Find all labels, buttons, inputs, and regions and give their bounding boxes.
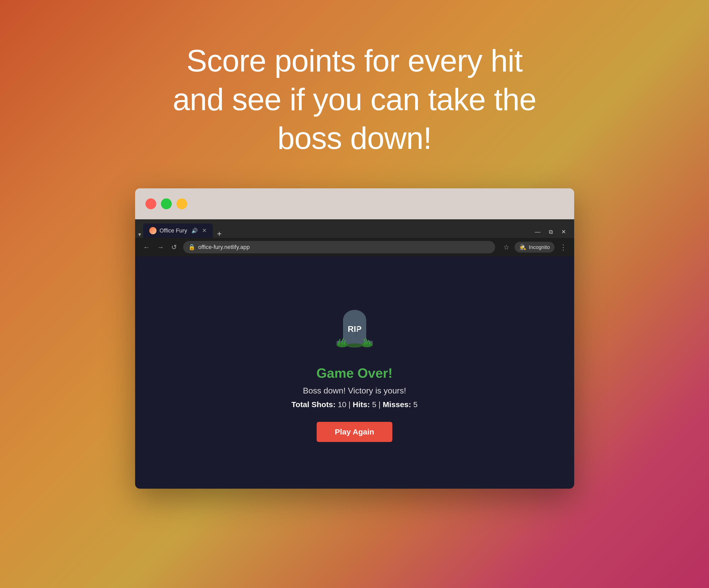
incognito-icon: 🕵️ [519,244,526,251]
new-tab-button[interactable]: + [217,230,222,238]
active-tab[interactable]: Office Fury 🔊 ✕ [143,223,213,238]
shots-value: 10 [338,400,346,409]
address-bar[interactable]: 🔒 office-fury.netlify.app [183,241,495,253]
tab-bar: ▾ Office Fury 🔊 ✕ + — ⧉ ✕ [135,219,574,238]
forward-button[interactable]: → [156,242,165,252]
minimize-button[interactable] [161,198,172,209]
hits-value: 5 [372,400,376,409]
tab-title: Office Fury [160,227,187,234]
traffic-lights [146,198,187,209]
window-minimize-icon[interactable]: — [535,229,541,235]
close-button[interactable] [146,198,156,209]
separator-1: | [348,400,350,409]
bookmark-icon[interactable]: ☆ [503,243,509,251]
browser-window: ▾ Office Fury 🔊 ✕ + — ⧉ ✕ ← → ↺ 🔒 office… [135,188,574,489]
tab-close-icon[interactable]: ✕ [202,227,207,234]
game-content: RIP Game Over! Boss down [135,256,574,489]
tab-favicon [149,227,157,234]
hits-label: Hits: [353,400,370,409]
incognito-label: Incognito [529,244,550,250]
url-text: office-fury.netlify.app [199,244,250,251]
separator-2: | [379,400,381,409]
tab-dropdown-icon[interactable]: ▾ [138,231,141,238]
tombstone: RIP [329,303,380,355]
refresh-button[interactable]: ↺ [170,242,178,252]
shots-label: Total Shots: [291,400,336,409]
incognito-button[interactable]: 🕵️ Incognito [515,242,554,253]
maximize-button[interactable] [177,198,187,209]
more-options-icon[interactable]: ⋮ [560,243,567,252]
svg-point-7 [347,343,362,347]
macos-title-bar [135,188,574,219]
game-over-title: Game Over! [316,365,393,381]
security-icon: 🔒 [188,244,195,251]
misses-value: 5 [413,400,418,409]
game-over-subtitle: Boss down! Victory is yours! [303,386,406,395]
tagline: Score points for every hit and see if yo… [173,41,536,158]
tab-audio-icon: 🔊 [191,228,198,234]
chrome-browser-bar: ▾ Office Fury 🔊 ✕ + — ⧉ ✕ ← → ↺ 🔒 office… [135,219,574,256]
address-bar-row: ← → ↺ 🔒 office-fury.netlify.app ☆ 🕵️ Inc… [135,238,574,256]
misses-label: Misses: [383,400,411,409]
window-close-icon[interactable]: ✕ [561,229,566,235]
back-button[interactable]: ← [142,242,151,252]
game-stats: Total Shots: 10 | Hits: 5 | Misses: 5 [291,400,418,409]
window-controls: — ⧉ ✕ [535,229,571,238]
address-bar-actions: ☆ 🕵️ Incognito ⋮ [503,242,567,253]
svg-text:RIP: RIP [348,324,361,334]
play-again-button[interactable]: Play Again [317,422,392,442]
window-restore-icon[interactable]: ⧉ [549,229,553,235]
